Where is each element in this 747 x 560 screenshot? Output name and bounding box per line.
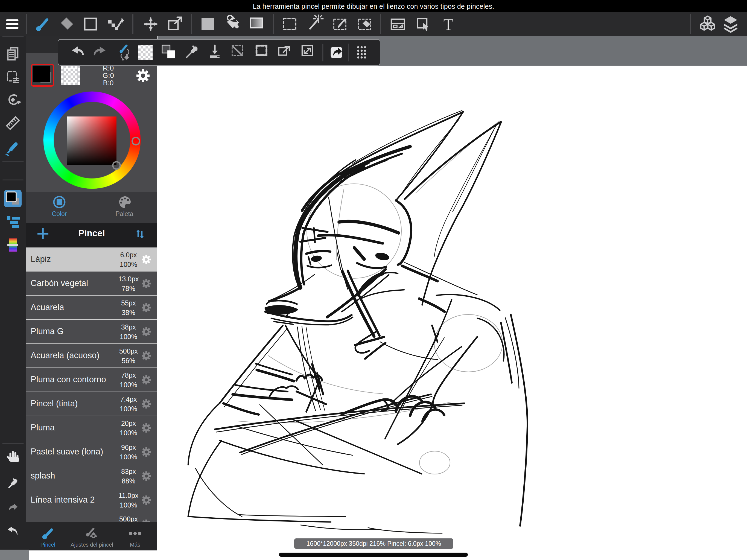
svg-text:T: T <box>443 16 454 34</box>
